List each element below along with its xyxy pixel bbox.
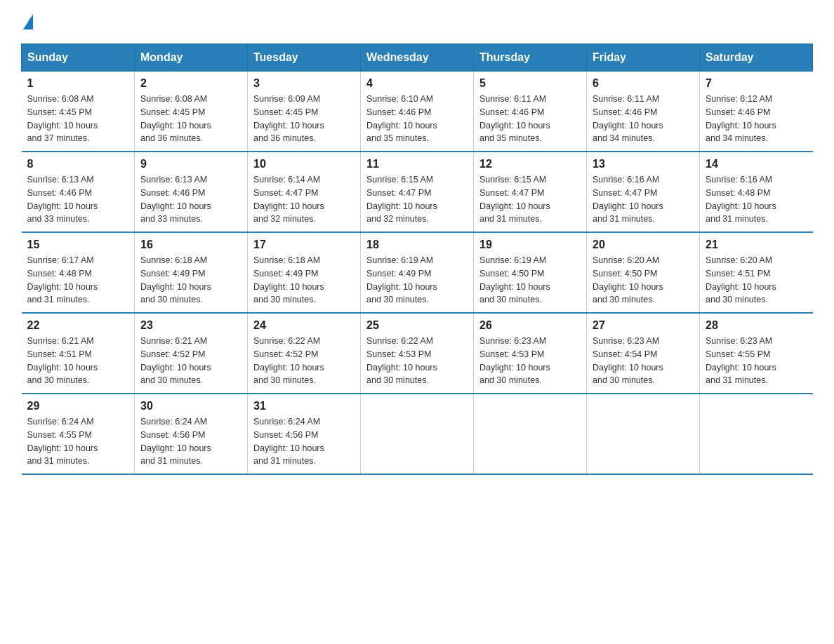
day-info-15: Sunrise: 6:17 AMSunset: 4:48 PMDaylight:… <box>27 254 129 307</box>
day-number-5: 5 <box>479 77 581 90</box>
day-info-16: Sunrise: 6:18 AMSunset: 4:49 PMDaylight:… <box>140 254 241 307</box>
day-number-13: 13 <box>593 158 694 170</box>
day-cell-7: 7Sunrise: 6:12 AMSunset: 4:46 PMDaylight… <box>700 72 813 152</box>
day-cell-19: 19Sunrise: 6:19 AMSunset: 4:50 PMDayligh… <box>474 232 587 313</box>
day-info-18: Sunrise: 6:19 AMSunset: 4:49 PMDaylight:… <box>366 254 468 307</box>
day-info-21: Sunrise: 6:20 AMSunset: 4:51 PMDaylight:… <box>706 254 807 307</box>
weekday-header-saturday: Saturday <box>700 44 813 72</box>
day-info-1: Sunrise: 6:08 AMSunset: 4:45 PMDaylight:… <box>27 93 129 145</box>
day-cell-25: 25Sunrise: 6:22 AMSunset: 4:53 PMDayligh… <box>361 313 474 394</box>
day-info-7: Sunrise: 6:12 AMSunset: 4:46 PMDaylight:… <box>706 93 807 145</box>
day-info-23: Sunrise: 6:21 AMSunset: 4:52 PMDaylight:… <box>140 335 241 387</box>
day-number-16: 16 <box>140 239 241 251</box>
day-info-14: Sunrise: 6:16 AMSunset: 4:48 PMDaylight:… <box>706 173 807 226</box>
day-number-8: 8 <box>27 158 129 170</box>
day-cell-13: 13Sunrise: 6:16 AMSunset: 4:47 PMDayligh… <box>587 152 700 232</box>
day-cell-26: 26Sunrise: 6:23 AMSunset: 4:53 PMDayligh… <box>474 313 587 394</box>
week-row-2: 8Sunrise: 6:13 AMSunset: 4:46 PMDaylight… <box>22 152 813 232</box>
day-cell-11: 11Sunrise: 6:15 AMSunset: 4:47 PMDayligh… <box>361 152 474 232</box>
day-cell-14: 14Sunrise: 6:16 AMSunset: 4:48 PMDayligh… <box>700 152 813 232</box>
day-info-27: Sunrise: 6:23 AMSunset: 4:54 PMDaylight:… <box>593 335 694 387</box>
weekday-header-row: SundayMondayTuesdayWednesdayThursdayFrid… <box>22 44 813 72</box>
day-cell-3: 3Sunrise: 6:09 AMSunset: 4:45 PMDaylight… <box>248 72 361 152</box>
day-cell-5: 5Sunrise: 6:11 AMSunset: 4:46 PMDaylight… <box>474 72 587 152</box>
day-cell-20: 20Sunrise: 6:20 AMSunset: 4:50 PMDayligh… <box>587 232 700 313</box>
day-number-14: 14 <box>706 158 807 170</box>
day-info-22: Sunrise: 6:21 AMSunset: 4:51 PMDaylight:… <box>27 335 129 387</box>
day-number-7: 7 <box>706 77 807 90</box>
week-row-5: 29Sunrise: 6:24 AMSunset: 4:55 PMDayligh… <box>22 394 813 474</box>
weekday-header-wednesday: Wednesday <box>361 44 474 72</box>
day-info-31: Sunrise: 6:24 AMSunset: 4:56 PMDaylight:… <box>253 415 355 468</box>
day-info-2: Sunrise: 6:08 AMSunset: 4:45 PMDaylight:… <box>140 93 241 145</box>
day-cell-30: 30Sunrise: 6:24 AMSunset: 4:56 PMDayligh… <box>135 394 248 474</box>
empty-cell <box>587 394 700 474</box>
day-info-20: Sunrise: 6:20 AMSunset: 4:50 PMDaylight:… <box>593 254 694 307</box>
day-cell-21: 21Sunrise: 6:20 AMSunset: 4:51 PMDayligh… <box>700 232 813 313</box>
day-info-13: Sunrise: 6:16 AMSunset: 4:47 PMDaylight:… <box>593 173 694 226</box>
day-cell-9: 9Sunrise: 6:13 AMSunset: 4:46 PMDaylight… <box>135 152 248 232</box>
day-info-4: Sunrise: 6:10 AMSunset: 4:46 PMDaylight:… <box>366 93 468 145</box>
day-number-3: 3 <box>253 77 355 90</box>
day-number-26: 26 <box>479 319 581 332</box>
day-info-26: Sunrise: 6:23 AMSunset: 4:53 PMDaylight:… <box>479 335 581 387</box>
day-cell-29: 29Sunrise: 6:24 AMSunset: 4:55 PMDayligh… <box>22 394 135 474</box>
day-cell-27: 27Sunrise: 6:23 AMSunset: 4:54 PMDayligh… <box>587 313 700 394</box>
week-row-1: 1Sunrise: 6:08 AMSunset: 4:45 PMDaylight… <box>22 72 813 152</box>
day-info-3: Sunrise: 6:09 AMSunset: 4:45 PMDaylight:… <box>253 93 355 145</box>
day-info-19: Sunrise: 6:19 AMSunset: 4:50 PMDaylight:… <box>479 254 581 307</box>
day-cell-28: 28Sunrise: 6:23 AMSunset: 4:55 PMDayligh… <box>700 313 813 394</box>
day-info-11: Sunrise: 6:15 AMSunset: 4:47 PMDaylight:… <box>366 173 468 226</box>
day-number-4: 4 <box>366 77 468 90</box>
day-info-24: Sunrise: 6:22 AMSunset: 4:52 PMDaylight:… <box>253 335 355 387</box>
day-info-17: Sunrise: 6:18 AMSunset: 4:49 PMDaylight:… <box>253 254 355 307</box>
week-row-3: 15Sunrise: 6:17 AMSunset: 4:48 PMDayligh… <box>22 232 813 313</box>
day-number-31: 31 <box>253 400 355 412</box>
weekday-header-thursday: Thursday <box>474 44 587 72</box>
day-cell-18: 18Sunrise: 6:19 AMSunset: 4:49 PMDayligh… <box>361 232 474 313</box>
day-cell-12: 12Sunrise: 6:15 AMSunset: 4:47 PMDayligh… <box>474 152 587 232</box>
day-number-24: 24 <box>253 319 355 332</box>
day-info-25: Sunrise: 6:22 AMSunset: 4:53 PMDaylight:… <box>366 335 468 387</box>
day-info-9: Sunrise: 6:13 AMSunset: 4:46 PMDaylight:… <box>140 173 241 226</box>
day-number-25: 25 <box>366 319 468 332</box>
day-number-18: 18 <box>366 239 468 251</box>
day-number-19: 19 <box>479 239 581 251</box>
day-number-29: 29 <box>27 400 129 412</box>
empty-cell <box>700 394 813 474</box>
week-row-4: 22Sunrise: 6:21 AMSunset: 4:51 PMDayligh… <box>22 313 813 394</box>
weekday-header-tuesday: Tuesday <box>248 44 361 72</box>
day-cell-15: 15Sunrise: 6:17 AMSunset: 4:48 PMDayligh… <box>22 232 135 313</box>
weekday-header-friday: Friday <box>587 44 700 72</box>
day-cell-17: 17Sunrise: 6:18 AMSunset: 4:49 PMDayligh… <box>248 232 361 313</box>
day-cell-4: 4Sunrise: 6:10 AMSunset: 4:46 PMDaylight… <box>361 72 474 152</box>
logo-triangle-icon <box>23 14 33 29</box>
day-info-8: Sunrise: 6:13 AMSunset: 4:46 PMDaylight:… <box>27 173 129 226</box>
empty-cell <box>361 394 474 474</box>
header <box>21 14 813 29</box>
day-cell-23: 23Sunrise: 6:21 AMSunset: 4:52 PMDayligh… <box>135 313 248 394</box>
day-info-28: Sunrise: 6:23 AMSunset: 4:55 PMDaylight:… <box>706 335 807 387</box>
day-number-15: 15 <box>27 239 129 251</box>
logo <box>21 14 35 29</box>
day-cell-22: 22Sunrise: 6:21 AMSunset: 4:51 PMDayligh… <box>22 313 135 394</box>
day-cell-16: 16Sunrise: 6:18 AMSunset: 4:49 PMDayligh… <box>135 232 248 313</box>
day-number-1: 1 <box>27 77 129 90</box>
day-info-6: Sunrise: 6:11 AMSunset: 4:46 PMDaylight:… <box>593 93 694 145</box>
day-info-5: Sunrise: 6:11 AMSunset: 4:46 PMDaylight:… <box>479 93 581 145</box>
day-number-30: 30 <box>140 400 241 412</box>
day-number-27: 27 <box>593 319 694 332</box>
day-number-28: 28 <box>706 319 807 332</box>
day-number-21: 21 <box>706 239 807 251</box>
day-number-23: 23 <box>140 319 241 332</box>
day-number-6: 6 <box>593 77 694 90</box>
day-info-12: Sunrise: 6:15 AMSunset: 4:47 PMDaylight:… <box>479 173 581 226</box>
day-number-2: 2 <box>140 77 241 90</box>
day-info-10: Sunrise: 6:14 AMSunset: 4:47 PMDaylight:… <box>253 173 355 226</box>
empty-cell <box>474 394 587 474</box>
day-info-30: Sunrise: 6:24 AMSunset: 4:56 PMDaylight:… <box>140 415 241 468</box>
day-number-9: 9 <box>140 158 241 170</box>
day-cell-1: 1Sunrise: 6:08 AMSunset: 4:45 PMDaylight… <box>22 72 135 152</box>
weekday-header-sunday: Sunday <box>22 44 135 72</box>
day-cell-6: 6Sunrise: 6:11 AMSunset: 4:46 PMDaylight… <box>587 72 700 152</box>
